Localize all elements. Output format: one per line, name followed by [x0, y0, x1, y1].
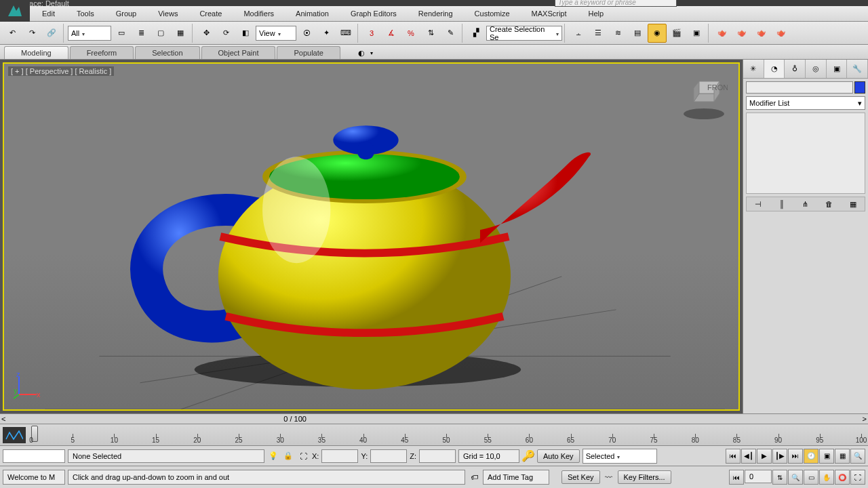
render-prod-icon[interactable]: 🫖	[713, 24, 732, 43]
refcoord-combo[interactable]: View	[256, 26, 296, 41]
menu-tools[interactable]: Tools	[66, 6, 105, 21]
viewport-perspective[interactable]: [ + ] [ Perspective ] [ Realistic ]	[3, 62, 740, 411]
lock-icon[interactable]: 💡	[267, 450, 279, 462]
material-editor-icon[interactable]: ◉	[648, 24, 667, 43]
tab-selection[interactable]: Selection	[135, 46, 199, 59]
z-input[interactable]	[419, 449, 456, 463]
tab-modeling[interactable]: Modeling	[4, 46, 68, 59]
orbit-icon[interactable]: ⭕	[835, 470, 850, 485]
menu-customize[interactable]: Customize	[464, 6, 521, 21]
menu-animation[interactable]: Animation	[285, 6, 340, 21]
keytangent-icon[interactable]: 〰	[603, 471, 615, 483]
cmd-hierarchy-icon[interactable]: ♁	[785, 60, 806, 78]
zoom-icon[interactable]: 🔍	[788, 470, 803, 485]
move-icon[interactable]: ✥	[197, 24, 216, 43]
x-input[interactable]	[321, 449, 358, 463]
percentsnap-icon[interactable]: %	[401, 24, 420, 43]
pivot-icon[interactable]: ⦿	[297, 24, 316, 43]
mirror-icon[interactable]: ▞	[467, 24, 486, 43]
pan-icon[interactable]: ✋	[819, 470, 834, 485]
rendered-frame-icon[interactable]: ▣	[687, 24, 706, 43]
menu-rendering[interactable]: Rendering	[408, 6, 464, 21]
selected-icon[interactable]: ▦	[835, 449, 850, 464]
cmd-motion-icon[interactable]: ◎	[806, 60, 827, 78]
layer-icon[interactable]: ☰	[589, 24, 608, 43]
window-crossing-icon[interactable]: ▦	[171, 24, 190, 43]
object-name-input[interactable]	[746, 81, 853, 94]
select-object-icon[interactable]: ▭	[112, 24, 131, 43]
next-frame-icon[interactable]: ┃▶	[772, 449, 787, 464]
tab-freeform[interactable]: Freeform	[70, 46, 134, 59]
ribbon-toggle-icon[interactable]: ◐	[354, 47, 369, 59]
remove-mod-icon[interactable]: 🗑	[823, 198, 836, 210]
tab-objectpaint[interactable]: Object Paint	[201, 46, 276, 59]
pin-stack-icon[interactable]: ⊣	[751, 198, 765, 210]
prev-frame-icon[interactable]: ◀┃	[741, 449, 756, 464]
link-icon[interactable]: 🔗	[42, 24, 61, 43]
maximize-icon[interactable]: ⛶	[850, 470, 865, 485]
editnamedsel-icon[interactable]: ✎	[441, 24, 460, 43]
zoom-ext-icon[interactable]: 🔍	[850, 449, 865, 464]
play-icon[interactable]: ▶	[757, 449, 772, 464]
menu-help[interactable]: Help	[578, 6, 615, 21]
show-end-icon[interactable]: ║	[775, 198, 789, 210]
cmd-modify-icon[interactable]: ◔	[764, 60, 785, 78]
modifier-stack[interactable]	[746, 113, 865, 194]
abs-rel-icon[interactable]: ⛶	[297, 450, 309, 462]
manip-icon[interactable]: ✦	[317, 24, 336, 43]
menu-modifiers[interactable]: Modifiers	[233, 6, 285, 21]
render-active-icon[interactable]: 🫖	[752, 24, 771, 43]
addtag-button[interactable]: Add Time Tag	[483, 470, 549, 485]
anglesnap-icon[interactable]: ∡	[382, 24, 401, 43]
cmd-create-icon[interactable]: ✳	[743, 60, 764, 78]
tag-icon[interactable]: 🏷	[468, 471, 480, 483]
undo-icon[interactable]: ↶	[3, 24, 22, 43]
lock2-icon[interactable]: 🔒	[282, 450, 294, 462]
keyfilters-button[interactable]: Key Filters...	[618, 470, 671, 484]
menu-grapheditors[interactable]: Graph Editors	[340, 6, 408, 21]
configure-icon[interactable]: ▦	[846, 198, 860, 210]
menu-edit[interactable]: Edit	[31, 6, 66, 21]
selection-filter-combo[interactable]: All	[68, 26, 111, 41]
fov-icon[interactable]: ▭	[804, 470, 818, 485]
render-setup-icon[interactable]: 🎬	[667, 24, 686, 43]
tab-populate[interactable]: Populate	[277, 46, 340, 59]
app-logo[interactable]	[0, 0, 30, 22]
render-icon[interactable]: 🫖	[772, 24, 791, 43]
schematic-icon[interactable]: ▤	[628, 24, 647, 43]
align-icon[interactable]: ⫠	[569, 24, 588, 43]
render-iter-icon[interactable]: 🫖	[732, 24, 751, 43]
rect-select-icon[interactable]: ▢	[151, 24, 170, 43]
viewcube[interactable]: FRONT	[680, 75, 728, 122]
goto-end-icon[interactable]: ⏭	[788, 449, 803, 464]
key-prev-icon[interactable]: ⏮	[729, 470, 744, 485]
menu-maxscript[interactable]: MAXScript	[521, 6, 578, 21]
y-input[interactable]	[370, 449, 407, 463]
goto-start-icon[interactable]: ⏮	[726, 449, 741, 464]
menu-create[interactable]: Create	[189, 6, 233, 21]
named-selset-combo[interactable]: Create Selection Se	[486, 26, 562, 41]
snap-icon[interactable]: 3	[362, 24, 381, 43]
select-byname-icon[interactable]: ≣	[132, 24, 151, 43]
object-color-chip[interactable]	[854, 81, 865, 94]
cmd-utilities-icon[interactable]: 🔧	[847, 60, 868, 78]
mini-curve-icon[interactable]	[3, 427, 26, 443]
unique-icon[interactable]: ⋔	[799, 198, 812, 210]
autokey-button[interactable]: Auto Key	[537, 449, 580, 463]
curve-editor-icon[interactable]: ≋	[608, 24, 627, 43]
timeconfig-icon[interactable]: 🕘	[804, 449, 818, 464]
frame-input[interactable]: 0	[745, 470, 772, 483]
key-icon[interactable]: 🔑	[522, 450, 534, 462]
spinner-icon[interactable]: ⇅	[772, 470, 787, 485]
modifier-list-combo[interactable]: Modifier List▾	[746, 96, 865, 110]
rotate-icon[interactable]: ⟳	[216, 24, 235, 43]
cmd-display-icon[interactable]: ▣	[827, 60, 848, 78]
redo-icon[interactable]: ↷	[22, 24, 41, 43]
menu-views[interactable]: Views	[147, 6, 189, 21]
scale-icon[interactable]: ◧	[236, 24, 255, 43]
setkey-button[interactable]: Set Key	[561, 470, 600, 484]
time-slider[interactable]: 0510152025303540455055606570758085909510…	[0, 424, 868, 446]
help-search[interactable]: Type a keyword or phrase	[555, 0, 677, 7]
menu-group[interactable]: Group	[105, 6, 148, 21]
keyboard-icon[interactable]: ⌨	[336, 24, 355, 43]
